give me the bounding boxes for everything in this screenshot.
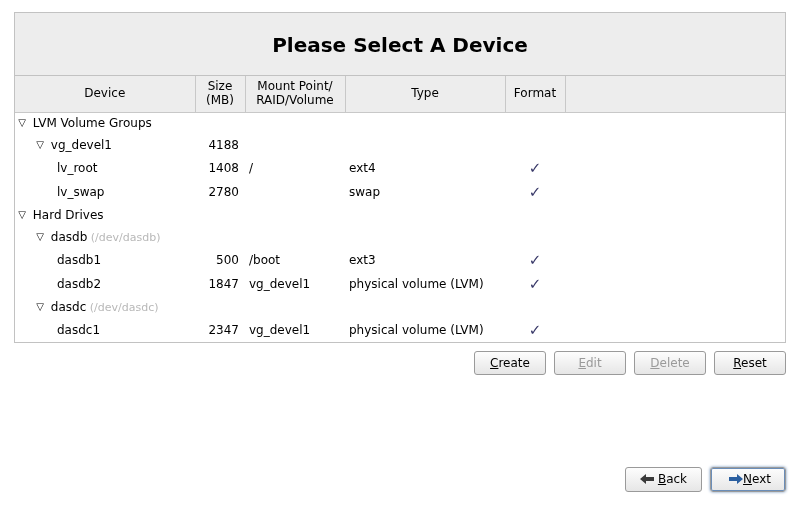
device-label: dasdb (47, 230, 87, 244)
check-icon: ✓ (529, 183, 542, 201)
type-cell (345, 134, 505, 156)
col-extra (565, 76, 785, 112)
mount-cell (245, 296, 345, 318)
format-cell (505, 134, 565, 156)
device-table-wrap: Device Size (MB) Mount Point/ RAID/Volum… (15, 76, 785, 342)
type-cell: swap (345, 180, 505, 204)
size-cell (195, 226, 245, 248)
col-mount[interactable]: Mount Point/ RAID/Volume (245, 76, 345, 112)
table-row[interactable]: dasdc12347vg_devel1physical volume (LVM)… (15, 318, 785, 342)
check-icon: ✓ (529, 159, 542, 177)
mount-cell: / (245, 156, 345, 180)
edit-button[interactable]: Edit (554, 351, 626, 375)
mount-cell (245, 180, 345, 204)
check-icon: ✓ (529, 251, 542, 269)
device-cell: dasdb2 (15, 272, 195, 296)
check-icon: ✓ (529, 275, 542, 293)
type-cell (345, 226, 505, 248)
col-type[interactable]: Type (345, 76, 505, 112)
mount-cell (245, 112, 345, 134)
format-cell: ✓ (505, 318, 565, 342)
mount-cell: vg_devel1 (245, 318, 345, 342)
device-hint: (/dev/dasdb) (87, 231, 160, 244)
table-row[interactable]: dasdb21847vg_devel1physical volume (LVM)… (15, 272, 785, 296)
table-row[interactable]: lv_root1408/ext4✓ (15, 156, 785, 180)
size-cell: 2347 (195, 318, 245, 342)
type-cell (345, 296, 505, 318)
table-row[interactable]: ▽ dasdb (/dev/dasdb) (15, 226, 785, 248)
mount-cell (245, 134, 345, 156)
size-cell (195, 296, 245, 318)
mount-cell: /boot (245, 248, 345, 272)
title-bar: Please Select A Device (15, 13, 785, 76)
device-cell: lv_swap (15, 180, 195, 204)
disclosure-icon[interactable]: ▽ (35, 231, 45, 242)
reset-button[interactable]: Reset (714, 351, 786, 375)
disclosure-icon[interactable]: ▽ (17, 209, 27, 220)
action-button-row: Create Edit Delete Reset (14, 351, 786, 375)
table-row[interactable]: ▽ dasdc (/dev/dasdc) (15, 296, 785, 318)
back-arrow-icon (640, 473, 654, 487)
col-format[interactable]: Format (505, 76, 565, 112)
device-label: dasdb2 (57, 277, 101, 291)
page-title: Please Select A Device (15, 33, 785, 57)
type-cell: ext4 (345, 156, 505, 180)
device-label: Hard Drives (29, 208, 104, 222)
type-cell: physical volume (LVM) (345, 318, 505, 342)
device-hint: (/dev/dasdc) (86, 301, 158, 314)
device-label: lv_swap (57, 185, 104, 199)
table-header: Device Size (MB) Mount Point/ RAID/Volum… (15, 76, 785, 112)
size-cell: 1847 (195, 272, 245, 296)
format-cell (505, 204, 565, 226)
format-cell (505, 112, 565, 134)
device-panel: Please Select A Device Device Size (MB) … (14, 12, 786, 343)
device-cell: ▽ dasdc (/dev/dasdc) (15, 296, 195, 318)
type-cell (345, 204, 505, 226)
table-row[interactable]: dasdb1500/bootext3✓ (15, 248, 785, 272)
size-cell: 1408 (195, 156, 245, 180)
format-cell: ✓ (505, 180, 565, 204)
mount-cell (245, 204, 345, 226)
table-row[interactable]: ▽ LVM Volume Groups (15, 112, 785, 134)
device-label: dasdc (47, 300, 86, 314)
back-button[interactable]: Back (625, 467, 702, 492)
size-cell (195, 112, 245, 134)
mount-cell (245, 226, 345, 248)
create-button[interactable]: Create (474, 351, 546, 375)
col-size[interactable]: Size (MB) (195, 76, 245, 112)
table-row[interactable]: lv_swap2780swap✓ (15, 180, 785, 204)
size-cell: 2780 (195, 180, 245, 204)
device-cell: dasdb1 (15, 248, 195, 272)
format-cell: ✓ (505, 248, 565, 272)
next-button[interactable]: Next (710, 467, 786, 492)
format-cell: ✓ (505, 156, 565, 180)
size-cell (195, 204, 245, 226)
type-cell: ext3 (345, 248, 505, 272)
device-table: Device Size (MB) Mount Point/ RAID/Volum… (15, 76, 785, 342)
disclosure-icon[interactable]: ▽ (35, 301, 45, 312)
device-cell: ▽ dasdb (/dev/dasdb) (15, 226, 195, 248)
table-row[interactable]: ▽ Hard Drives (15, 204, 785, 226)
type-cell: physical volume (LVM) (345, 272, 505, 296)
size-cell: 4188 (195, 134, 245, 156)
type-cell (345, 112, 505, 134)
device-cell: ▽ vg_devel1 (15, 134, 195, 156)
device-cell: ▽ LVM Volume Groups (15, 112, 195, 134)
size-cell: 500 (195, 248, 245, 272)
device-label: dasdc1 (57, 323, 100, 337)
table-body: ▽ LVM Volume Groups▽ vg_devel14188 lv_ro… (15, 112, 785, 342)
device-cell: lv_root (15, 156, 195, 180)
col-device[interactable]: Device (15, 76, 195, 112)
device-label: lv_root (57, 161, 98, 175)
disclosure-icon[interactable]: ▽ (35, 139, 45, 150)
table-row[interactable]: ▽ vg_devel14188 (15, 134, 785, 156)
next-arrow-icon (729, 473, 743, 487)
device-label: LVM Volume Groups (29, 116, 152, 130)
delete-button[interactable]: Delete (634, 351, 706, 375)
format-cell (505, 226, 565, 248)
device-label: dasdb1 (57, 253, 101, 267)
disclosure-icon[interactable]: ▽ (17, 117, 27, 128)
nav-button-row: Back Next (625, 467, 786, 492)
format-cell: ✓ (505, 272, 565, 296)
format-cell (505, 296, 565, 318)
